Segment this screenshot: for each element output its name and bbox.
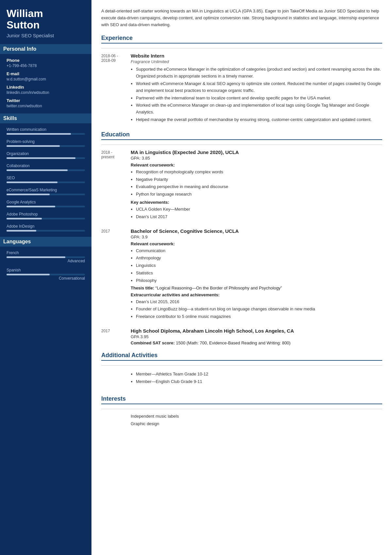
language-bar-bg [7,256,85,258]
experience-list: 2018-06 -2018-09 Website Intern Fragranc… [101,53,382,124]
coursework-item: Philosophy [136,277,382,284]
experience-entry: 2018-06 -2018-09 Website Intern Fragranc… [101,53,382,124]
entry-subtitle: Fragrance Unlimited [131,59,382,64]
achievements-list: UCLA Golden Key—MemberDean's List 2017 [131,206,382,220]
coursework-item: Python for language research [136,191,382,198]
skill-bar-fill [7,230,36,232]
skill-bar-fill [7,145,60,147]
resume-container: WilliamSutton Junior SEO Specialist Pers… [0,0,392,555]
skill-bar-bg [7,206,85,207]
twitter-label: Twitter [7,98,85,103]
language-item: French Advanced [7,251,85,263]
education-entry: 2018 -present MA in Linguistics (Expecte… [101,149,382,222]
phone-label: Phone [7,58,85,63]
languages-list: French Advanced Spanish Conversational [7,251,85,281]
skill-item: Adobe Photoshop [7,212,85,219]
email-label: E-mail [7,71,85,76]
main-content: A detail-oriented self-starter working t… [91,0,392,555]
skill-bar-bg [7,169,85,171]
skill-bar-bg [7,230,85,232]
skill-item: Adobe InDesign [7,224,85,232]
skill-bar-fill [7,182,57,183]
skill-bar-fill [7,133,71,135]
additional-entry: Member—Athletics Team Grade 10-12Member—… [101,370,382,389]
skill-item: Problem-solving [7,139,85,147]
phone-value: +1-799-456-7878 [7,63,85,68]
skill-bar-fill [7,218,42,219]
linkedin-value: linkedin.com/in/wdsutton [7,90,85,95]
coursework-item: Communication [136,248,382,254]
language-bar-fill [7,256,65,258]
skill-name: Adobe InDesign [7,224,85,229]
skill-name: eCommerce/SaaS Marketing [7,188,85,192]
entry-gpa: GPA 3.95 [131,334,382,339]
extra-item: Freelance contributor to 5 online music … [136,313,382,320]
education-divider [101,145,382,145]
entry-date: 2018 -present [101,149,131,222]
skill-bar-bg [7,145,85,147]
candidate-title: Junior SEO Specialist [7,33,85,38]
coursework-item: Statistics [136,270,382,277]
coursework-list: CommunicationAnthropologyLinguisticsStat… [131,248,382,284]
bullet-item: Worked with the eCommerce Manager on cle… [136,102,382,116]
skill-bar-fill [7,206,55,207]
achievement-item: UCLA Golden Key—Member [136,206,382,213]
extra-item: Dean’s List 2015, 2016 [136,299,382,305]
education-list: 2018 -present MA in Linguistics (Expecte… [101,149,382,345]
candidate-name: WilliamSutton [7,8,85,31]
skill-name: Written communication [7,127,85,132]
skill-bar-bg [7,157,85,159]
skill-name: Adobe Photoshop [7,212,85,217]
skill-bar-bg [7,133,85,135]
skill-bar-fill [7,169,68,171]
achievement-item: Dean's List 2017 [136,214,382,220]
sat-text: Combined SAT score: 1500 (Math: 700, Evi… [131,340,382,345]
skills-list: Written communication Problem-solving Or… [7,127,85,232]
twitter-value: twitter.com/wdsutton [7,104,85,108]
interests-heading: Interests [101,395,382,404]
extra-label: Extracurricular activities and achieveme… [131,292,382,297]
sidebar: WilliamSutton Junior SEO Specialist Pers… [0,0,91,555]
entry-body: Website Intern Fragrance Unlimited Suppo… [131,53,382,124]
entry-title: High School Diploma, Abraham Lincoln Hig… [131,328,382,334]
entry-body: MA in Linguistics (Expected June 2020), … [131,149,382,222]
thesis-text: “Logical Reasoning—On the Border of Phil… [154,286,282,290]
experience-heading: Experience [101,35,382,43]
skill-item: Organization [7,151,85,159]
linkedin-label: LinkedIn [7,85,85,90]
language-level: Advanced [7,259,85,263]
skill-name: Organization [7,151,85,156]
skill-bar-fill [7,157,75,159]
entry-body: High School Diploma, Abraham Lincoln Hig… [131,328,382,345]
languages-heading: Languages [0,237,91,247]
coursework-item: Recognition of morphologically complex w… [136,169,382,176]
language-item: Spanish Conversational [7,268,85,281]
skill-bar-bg [7,218,85,219]
interests-divider [101,409,382,409]
interest-item: Independent music labels [131,414,382,419]
experience-divider [101,48,382,48]
extra-item: Founder of LingoBuzz blog—a student-run … [136,306,382,313]
entry-title: Website Intern [131,53,382,59]
email-value: w.d.sutton@gmail.com [7,77,85,81]
coursework-item: Evaluating perspective in meaning and di… [136,183,382,190]
bullet-list: Supported the eCommerce Manager in the o… [131,66,382,123]
additional-divider [101,365,382,366]
entry-date: 2017 [101,328,131,345]
bullet-item: Supported the eCommerce Manager in the o… [136,66,382,80]
skill-item: Collaboration [7,164,85,171]
additional-item: Member—English Club Grade 9-11 [136,378,382,385]
extra-list: Dean’s List 2015, 2016Founder of LingoBu… [131,299,382,320]
entry-title: MA in Linguistics (Expected June 2020), … [131,149,382,155]
skill-bar-bg [7,194,85,195]
skill-item: SEO [7,176,85,183]
skill-name: SEO [7,176,85,180]
language-bar-fill [7,274,50,275]
additional-item: Member—Athletics Team Grade 10-12 [136,370,382,378]
entry-gpa: GPA: 3.9 [131,234,382,239]
achievements-label: Key achievements: [131,200,382,205]
bullet-item: Partnered with the international team to… [136,95,382,102]
coursework-label: Relevant coursework: [131,241,382,246]
coursework-item: Negative Polarity [136,176,382,183]
education-entry: 2017 High School Diploma, Abraham Lincol… [101,328,382,345]
